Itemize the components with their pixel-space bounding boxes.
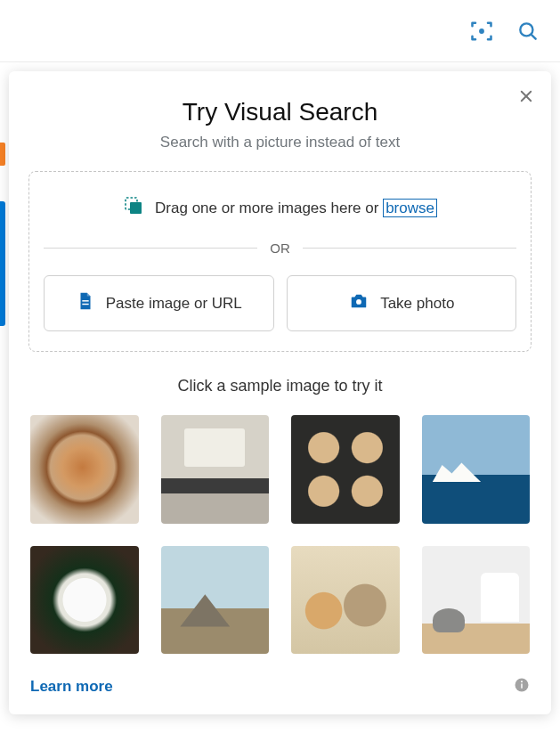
- sample-image[interactable]: [422, 546, 531, 655]
- sample-image[interactable]: [161, 546, 270, 655]
- close-button[interactable]: [515, 86, 537, 107]
- popup-title: Try Visual Search: [28, 98, 532, 126]
- sample-image[interactable]: [291, 546, 400, 655]
- background-panel: [0, 143, 5, 330]
- sample-image[interactable]: [161, 415, 270, 524]
- or-text: OR: [270, 240, 290, 256]
- sample-image[interactable]: [291, 415, 400, 524]
- browse-link[interactable]: browse: [383, 199, 437, 217]
- drag-instruction: Drag one or more images here or browse: [44, 195, 516, 221]
- learn-more-link[interactable]: Learn more: [30, 678, 113, 696]
- take-photo-button[interactable]: Take photo: [287, 275, 517, 331]
- svg-point-12: [521, 681, 523, 682]
- popup-subtitle: Search with a picture instead of text: [28, 134, 532, 151]
- paste-button[interactable]: Paste image or URL: [44, 275, 274, 331]
- document-icon: [76, 291, 95, 315]
- sample-image[interactable]: [422, 415, 531, 524]
- multi-image-icon: [123, 195, 144, 221]
- photo-label: Take photo: [380, 295, 454, 313]
- sample-title: Click a sample image to try it: [28, 377, 532, 395]
- visual-search-popup: Try Visual Search Search with a picture …: [9, 71, 551, 714]
- info-icon[interactable]: [514, 677, 530, 697]
- svg-point-0: [479, 29, 484, 34]
- svg-rect-11: [521, 684, 523, 689]
- camera-icon: [348, 291, 369, 315]
- image-drop-zone[interactable]: Drag one or more images here or browse O…: [28, 171, 532, 352]
- or-divider: OR: [44, 240, 516, 256]
- svg-rect-8: [82, 304, 88, 305]
- sample-grid: [28, 415, 532, 654]
- top-bar: [0, 0, 560, 62]
- svg-rect-6: [130, 202, 142, 214]
- sample-image[interactable]: [30, 415, 139, 524]
- paste-label: Paste image or URL: [106, 295, 242, 313]
- visual-search-icon[interactable]: [464, 13, 499, 49]
- svg-rect-7: [82, 300, 88, 301]
- svg-point-9: [356, 299, 361, 305]
- svg-line-2: [532, 34, 536, 38]
- sample-image[interactable]: [30, 546, 139, 655]
- search-icon[interactable]: [510, 13, 546, 49]
- drag-text: Drag one or more images here or browse: [155, 200, 437, 217]
- popup-footer: Learn more: [28, 677, 532, 697]
